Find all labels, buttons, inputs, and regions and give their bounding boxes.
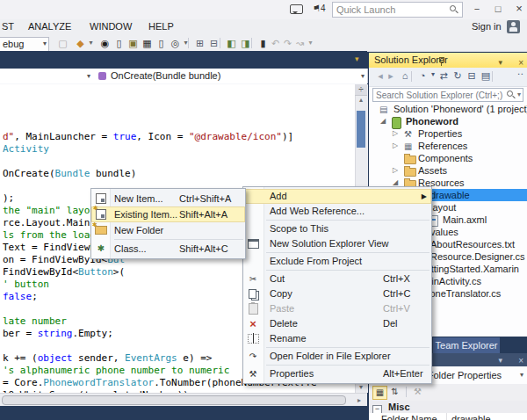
pin-icon[interactable] xyxy=(437,56,445,66)
tree-item-assets[interactable]: ▷Assets xyxy=(369,164,527,177)
scroll-down-icon[interactable]: ▾ xyxy=(355,383,367,391)
bookmark-icon[interactable]: ▮ xyxy=(256,36,270,50)
device-icon[interactable]: ▯ xyxy=(155,36,168,50)
android-tool-icon[interactable]: ◧ xyxy=(225,36,238,50)
tree-item-components[interactable]: Components xyxy=(369,152,527,164)
menu-item-delete[interactable]: ×DeleteDel xyxy=(243,316,431,331)
menubar-item-st[interactable]: ST xyxy=(2,21,14,32)
solution-explorer-search-input[interactable]: Search Solution Explorer (Ctrl+;) ▾ xyxy=(372,88,523,102)
types-dropdown[interactable]: ▾ xyxy=(0,69,94,83)
expand-arrow-icon[interactable]: ▷ xyxy=(393,127,398,140)
menu-item-cut[interactable]: ✂CutCtrl+X xyxy=(243,272,431,286)
property-value[interactable]: drawable xyxy=(451,413,491,420)
menu-item-add-web-reference[interactable]: Add Web Reference... xyxy=(243,204,431,219)
android-tool2-icon[interactable]: ◨ xyxy=(239,36,252,50)
menubar-item-analyze[interactable]: ANALYZE xyxy=(28,21,71,32)
notifications-flag-icon[interactable]: ⚑4 xyxy=(313,3,326,13)
collapse-all-icon[interactable]: ⊟ xyxy=(466,70,478,82)
maximize-button[interactable]: □ xyxy=(488,0,508,18)
debug-configuration-dropdown[interactable]: ebug ▾ xyxy=(0,37,49,52)
menu-item-exclude-from-project[interactable]: Exclude From Project xyxy=(243,254,431,269)
nav-forward-icon[interactable]: ↷ xyxy=(281,36,294,50)
properties-category-row[interactable]: − Misc xyxy=(369,401,527,413)
dropdown-icon[interactable]: ▾ xyxy=(179,36,192,50)
menu-item-shortcut: Shift+Alt+A xyxy=(179,209,227,220)
menu-item-properties[interactable]: ⚒PropertiesAlt+Enter xyxy=(243,366,431,381)
menu-item-scope-to-this[interactable]: Scope to This xyxy=(243,221,431,236)
properties-page-icon[interactable]: ▤ xyxy=(480,70,492,82)
categorized-view-button[interactable]: ▦ xyxy=(372,386,387,400)
code-token: false xyxy=(3,291,32,302)
horizontal-scrollbar-thumb[interactable] xyxy=(2,395,346,405)
code-token: d" xyxy=(3,131,14,142)
deploy-device-icon[interactable]: ▯ xyxy=(112,36,126,50)
save-icon[interactable]: ▢ xyxy=(56,36,69,50)
refresh-icon[interactable]: ↻ xyxy=(451,70,464,82)
editor-split-handle[interactable]: ÷ xyxy=(355,84,367,96)
menu-item-label: Open Folder in File Explorer xyxy=(270,351,391,361)
close-button[interactable]: × xyxy=(509,0,527,18)
tree-item-solution-phoneword-1-project[interactable]: ▤Solution 'Phoneword' (1 project) xyxy=(369,103,527,115)
collapse-arrow-icon[interactable]: ◢ xyxy=(380,115,386,127)
property-row[interactable]: Folder Name drawable xyxy=(369,413,527,420)
console-icon[interactable]: ▦ xyxy=(141,36,154,50)
dropdown-icon[interactable]: ▾ xyxy=(304,36,317,50)
menu-item-label: Cut xyxy=(270,273,285,284)
alphabetical-sort-button[interactable]: ⇅ xyxy=(388,386,401,398)
code-token: ; xyxy=(32,291,38,302)
tree-item-properties[interactable]: ▷⚒Properties xyxy=(369,127,527,140)
feedback-icon[interactable] xyxy=(290,4,303,14)
tree-item-phoneword[interactable]: ◢Phoneword xyxy=(369,115,527,127)
solution-explorer-title-bar[interactable]: Solution Explorer ▾ × xyxy=(369,53,527,68)
device-log-icon[interactable]: ⊟ xyxy=(207,36,220,50)
menu-item-new-item[interactable]: New Item...Ctrl+Shift+A xyxy=(91,191,245,206)
menu-item-class[interactable]: ✱Class...Shift+Alt+C xyxy=(91,241,245,257)
code-token: = Core. xyxy=(3,377,43,388)
forward-icon[interactable]: ▸ xyxy=(385,70,397,82)
window-position-icon[interactable]: ▾ xyxy=(498,356,502,365)
code-token: 's alphanumeric phone number to numeric xyxy=(3,365,229,376)
cut-icon: ✂ xyxy=(249,274,256,284)
menubar-item-window[interactable]: WINDOW xyxy=(90,21,132,32)
close-icon[interactable]: × xyxy=(518,356,523,366)
sync-icon[interactable]: ⇄ xyxy=(437,70,450,82)
expand-arrow-icon[interactable]: ▷ xyxy=(393,140,398,152)
menu-item-copy[interactable]: CopyCtrl+C xyxy=(243,286,431,301)
menu-item-new-folder[interactable]: New Folder xyxy=(91,222,245,238)
property-pages-button[interactable]: ⚒ xyxy=(411,386,424,398)
notification-count: 4 xyxy=(321,4,326,13)
toolbar-separator xyxy=(411,71,412,82)
chevron-down-icon: ▾ xyxy=(361,72,365,80)
vertical-scrollbar-thumb[interactable] xyxy=(357,111,365,148)
nav-back-icon[interactable]: ↶ xyxy=(269,36,282,50)
menu-item-open-folder-in-file-explorer[interactable]: ↷Open Folder in File Explorer xyxy=(243,349,431,364)
account-avatar[interactable] xyxy=(507,20,520,33)
tree-item-label: References xyxy=(418,140,467,152)
toolbar-overflow-icon[interactable]: ‥ xyxy=(517,66,523,77)
menu-item-add[interactable]: Add▶ xyxy=(243,189,431,204)
tree-item-label: AboutResources.txt xyxy=(430,238,515,250)
menu-item-paste[interactable]: PasteCtrl+V xyxy=(243,301,431,316)
expand-arrow-icon[interactable]: ▷ xyxy=(393,164,398,177)
start-debug-icon[interactable]: ◉ xyxy=(98,36,112,50)
build-package-icon[interactable]: ▣ xyxy=(126,36,140,50)
menu-item-rename[interactable]: Rename xyxy=(243,331,431,346)
code-token: e) => xyxy=(177,352,213,364)
window-bottom-strip xyxy=(0,406,369,420)
minimize-button[interactable]: − xyxy=(467,0,487,18)
sign-in-link[interactable]: Sign in xyxy=(472,21,502,32)
tab-team-explorer[interactable]: Team Explorer xyxy=(433,337,500,353)
scroll-up-icon[interactable]: ▴ xyxy=(355,96,367,104)
scroll-right-icon[interactable]: ▸ xyxy=(353,396,365,404)
home-icon[interactable]: ⌂ xyxy=(399,70,411,81)
members-dropdown[interactable]: OnCreate(Bundle bundle) ▾ xyxy=(93,69,368,83)
menu-item-existing-item[interactable]: Existing Item...Shift+Alt+A xyxy=(91,206,245,222)
tree-item-references[interactable]: ▷▦References xyxy=(369,140,527,152)
menubar-item-help[interactable]: HELP xyxy=(148,21,174,32)
quick-launch-input[interactable]: Quick Launch xyxy=(332,2,463,18)
sdk-manager-icon[interactable]: ⊞ xyxy=(193,36,206,50)
menu-item-new-solution-explorer-view[interactable]: New Solution Explorer View xyxy=(243,236,431,251)
flag-glyph: ⚑ xyxy=(313,4,321,13)
code-token: rce.Layout.Main); xyxy=(3,217,102,228)
dropdown-icon[interactable]: ▾ xyxy=(84,36,97,50)
